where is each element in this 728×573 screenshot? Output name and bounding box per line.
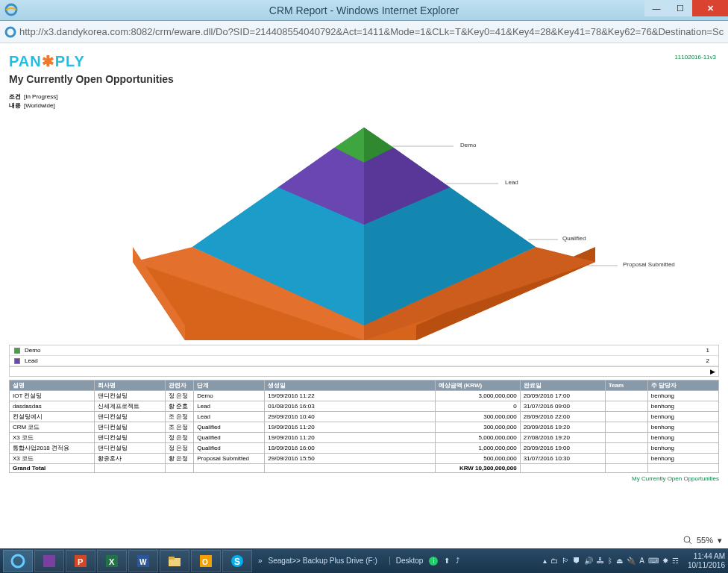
ie-favicon-icon [4,26,16,38]
filter-block: 조건[In Progress] 내용[Worldwide] [9,93,719,110]
tray-audio-icon[interactable]: 🔊 [584,557,593,565]
table-header-row: 설명 회사명 관련자 단계 생성일 예상금액 (KRW) 완료일 Team 주 … [10,381,719,391]
desktop-label[interactable]: Desktop [389,557,424,565]
footnote-link[interactable]: My Currently Open Opportunities [9,475,719,482]
ie-icon [4,3,18,16]
col-stage[interactable]: 단계 [194,381,265,391]
tray-eject-icon[interactable]: ⏏ [616,557,623,565]
url-text[interactable]: http://x3.dandykorea.com:8082/crm/eware.… [19,26,724,37]
svg-text:O: O [202,558,208,566]
table-row[interactable]: CRM 코드댄디컨설팅조 은정Qualified19/09/2016 11:20… [10,422,719,433]
report-content: PAN✱PLY 11102016-11v3 My Currently Open … [0,43,728,527]
filter-row: 내용[Worldwide] [9,101,719,110]
taskbar-middle: » Seagat>> Backup Plus Drive (F:) Deskto… [254,557,543,566]
swatch-icon [14,358,20,364]
tray-misc-icon[interactable]: ✸ [662,557,668,565]
chart-label-qualified: Qualified [562,235,586,242]
tray-info-icon[interactable]: i [429,557,438,566]
tray-keyboard-icon[interactable]: ⌨ [648,557,659,565]
col-team[interactable]: Team [605,381,647,391]
tray-warn-icon[interactable]: ⬆ [444,557,450,565]
taskbar-skype-button[interactable]: S [222,550,252,572]
taskbar-onenote-button[interactable] [34,550,64,572]
table-row[interactable]: X3 코드댄디컨설팅정 은정Qualified19/09/2016 11:205… [10,433,719,443]
pyramid-chart: Demo Lead Qualified Proposal Submitted [9,116,719,340]
col-created[interactable]: 생성일 [265,381,435,391]
chart-label-demo: Demo [460,142,476,148]
table-row[interactable]: IOT 컨설팅댄디컨설팅정 은정Demo19/09/2016 11:223,00… [10,391,719,401]
summary-value: 1 [706,347,714,354]
opportunity-table: 설명 회사명 관련자 단계 생성일 예상금액 (KRW) 완료일 Team 주 … [9,380,719,473]
tray-chevron-icon[interactable]: ▴ [543,557,547,565]
magnifier-icon [683,536,692,545]
tray-network-icon[interactable]: 🖧 [597,557,604,565]
taskbar-word-button[interactable]: W [128,550,158,572]
taskbar-powerpoint-button[interactable]: P [66,550,95,572]
summary-row: Lead 2 [10,356,718,366]
summary-label: Lead [25,357,38,364]
col-close[interactable]: 완료일 [520,381,605,391]
zoom-value: 55% [697,536,713,545]
tray-disk-icon[interactable]: 🗀 [550,557,558,565]
taskbar-clock[interactable]: 11:44 AM 10/11/2016 [688,552,725,570]
col-amount[interactable]: 예상금액 (KRW) [435,381,520,391]
taskbar-ie-button[interactable] [3,550,33,572]
window-minimize-button[interactable]: — [644,0,668,16]
svg-point-23 [12,555,24,567]
zoom-dropdown-icon[interactable]: ▾ [718,536,722,545]
swatch-icon [14,348,20,354]
svg-rect-24 [43,555,55,567]
taskbar-excel-button[interactable]: X [97,550,127,572]
taskbar-explorer-button[interactable] [160,550,189,572]
zoom-status: 55% ▾ [683,532,722,548]
window-maximize-button[interactable]: ☐ [668,0,692,16]
tray-bluetooth-icon[interactable]: ᛒ [608,557,612,565]
svg-rect-32 [169,557,175,560]
col-opportunity[interactable]: 설명 [10,381,95,391]
brand-icon: ✱ [42,53,55,69]
tray-arrow-icon[interactable]: ⤴ [456,557,459,565]
table-total-row: Grand TotalKRW 10,300,000,000 [10,464,719,473]
scroll-hint[interactable]: ▶ [10,366,718,376]
tray-sync-icon[interactable]: ☶ [672,557,679,565]
svg-text:W: W [139,558,147,566]
system-tray: ▴ 🗀 🏳 ⛊ 🔊 🖧 ᛒ ⏏ 🔌 A ⌨ ✸ ☶ [543,557,679,565]
drive-label[interactable]: Seagat>> Backup Plus Drive (F:) [269,557,377,565]
svg-text:P: P [78,557,83,566]
svg-point-21 [684,536,690,542]
chart-label-lead: Lead [505,179,518,186]
address-bar: http://x3.dandykorea.com:8082/crm/eware.… [0,21,728,43]
chart-label-proposal: Proposal Submitted [623,261,675,268]
svg-text:S: S [234,557,240,567]
svg-line-22 [689,542,691,544]
filter-row: 조건[In Progress] [9,93,719,101]
window-title: CRM Report - Windows Internet Explorer [0,4,728,16]
svg-text:X: X [109,557,115,566]
summary-value: 2 [706,357,714,364]
col-person[interactable]: 관련자 [166,381,194,391]
window-titlebar: CRM Report - Windows Internet Explorer —… [0,0,728,21]
tray-security-icon[interactable]: ⛊ [573,557,580,565]
window-close-button[interactable]: ✕ [692,0,728,16]
summary-row: Demo 1 [10,345,718,356]
table-row[interactable]: 컨설팅예시댄디컨설팅조 은정Lead29/09/2016 10:40300,00… [10,412,719,422]
summary-label: Demo [25,347,40,354]
taskbar: P X W O S » Seagat>> Backup Plus Drive (… [0,548,728,573]
report-title: My Currently Open Opportunities [9,73,719,85]
export-link[interactable]: 11102016-11v3 [674,54,716,60]
pyramid-svg [81,116,647,340]
table-row[interactable]: X3 코드황중훈사황 은정Proposal Submitted29/09/201… [10,454,719,464]
col-owner[interactable]: 주 담당자 [647,381,718,391]
taskbar-outlook-button[interactable]: O [191,550,221,572]
summary-block: Demo 1 Lead 2 ▶ [9,345,719,377]
tray-power-icon[interactable]: 🔌 [627,557,636,565]
tray-ime-icon[interactable]: A [639,557,644,565]
tray-action-center-icon[interactable]: 🏳 [562,557,569,565]
col-company[interactable]: 회사명 [95,381,166,391]
brand-logo: PAN✱PLY [9,52,719,70]
table-row[interactable]: dasdasdas신세계프로젝트황 준호Lead01/08/2016 16:03… [10,401,719,412]
table-row[interactable]: 통합사업2018 견적용댄디컨설팅정 은정Qualified18/09/2016… [10,443,719,454]
svg-point-1 [6,28,15,37]
